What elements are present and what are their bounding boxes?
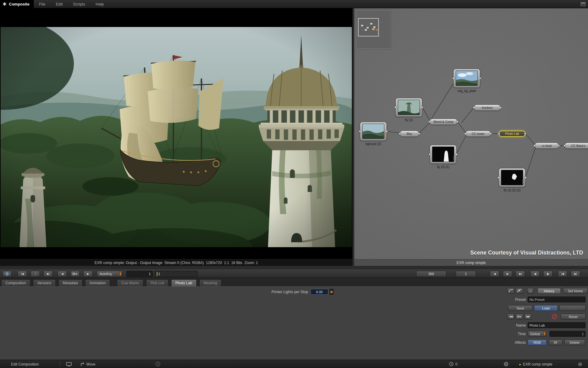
- node-output-dot[interactable]: [386, 130, 388, 132]
- tab-versions[interactable]: Versions: [33, 279, 56, 286]
- settings-button[interactable]: [578, 360, 582, 368]
- tab-cue-marks[interactable]: Cue Marks: [117, 279, 143, 286]
- next-keyframe-button[interactable]: ▶▶: [524, 314, 532, 320]
- tab-metadata[interactable]: Metadata: [58, 279, 82, 286]
- node-blend-comp[interactable]: Blend & Comp: [429, 119, 458, 125]
- jump-to-end-button[interactable]: ▶|: [571, 271, 580, 277]
- tab-photo-lab[interactable]: Photo Lab: [171, 279, 197, 286]
- curve-key-button[interactable]: [516, 288, 523, 294]
- reload-button[interactable]: Reload: [559, 305, 586, 311]
- affects-mode-button[interactable]: RGB: [528, 339, 547, 345]
- play-to-end-button[interactable]: ▶|: [516, 271, 525, 277]
- node-reset-button[interactable]: Reset: [561, 314, 586, 320]
- node-input-dot[interactable]: [428, 121, 431, 123]
- menu-edit[interactable]: Edit: [51, 2, 68, 6]
- node-blur[interactable]: Blur: [400, 131, 419, 137]
- go-to-start-button[interactable]: |◀: [18, 271, 27, 277]
- node-input-dot[interactable]: [533, 145, 536, 147]
- tab-pick-list[interactable]: Pick List: [146, 279, 168, 286]
- node-cc-boat[interactable]: cc boat: [534, 143, 559, 149]
- time-value-field[interactable]: 1: [549, 331, 586, 337]
- node-trackers[interactable]: trackers: [474, 105, 501, 111]
- node-output-dot[interactable]: [490, 133, 492, 135]
- history-button[interactable]: History: [537, 288, 561, 294]
- printer-lights-field[interactable]: 6.00: [311, 289, 328, 295]
- display-mode-button[interactable]: [66, 360, 72, 368]
- menu-file[interactable]: File: [34, 2, 51, 6]
- node-bgmove-2[interactable]: bgmove (2): [359, 122, 388, 146]
- previous-keyframe-button[interactable]: ◀◀: [507, 314, 514, 320]
- set-key-button[interactable]: [70, 271, 80, 277]
- node-cc-basics[interactable]: CC Basics: [564, 143, 588, 149]
- timeline-frame-field[interactable]: 1: [155, 271, 198, 277]
- node-output-dot[interactable]: [499, 107, 502, 109]
- node-input-dot[interactable]: [429, 153, 431, 155]
- node-output-dot[interactable]: [558, 145, 560, 147]
- range-end-field[interactable]: 350: [416, 271, 446, 277]
- node-input-dot[interactable]: [564, 145, 566, 147]
- schematic-minimap[interactable]: [356, 10, 391, 49]
- load-button[interactable]: Load: [534, 305, 558, 311]
- node-fly-3-2[interactable]: fly (3) (2): [428, 145, 458, 169]
- previous-key-button[interactable]: ◀: [58, 271, 67, 277]
- disable-node-icon[interactable]: [552, 314, 557, 319]
- jump-to-start-button[interactable]: |◀: [558, 271, 567, 277]
- node-output-dot[interactable]: [421, 106, 423, 109]
- move-tool-button[interactable]: [2, 271, 12, 277]
- printer-lights-slider[interactable]: [330, 289, 334, 295]
- node-label: bgmove (2): [366, 142, 381, 146]
- node-name-field[interactable]: Photo Lab: [528, 322, 586, 328]
- set-home-button[interactable]: Set Home: [563, 288, 588, 294]
- node-output-dot[interactable]: [524, 133, 526, 135]
- curve-editor-button[interactable]: [507, 288, 514, 294]
- next-key-button[interactable]: ▶: [83, 271, 92, 277]
- go-to-end-button[interactable]: ▶|: [43, 271, 53, 277]
- tab-composition[interactable]: Composition: [1, 279, 30, 286]
- node-proxy-indicator: [384, 133, 385, 138]
- node-fly-3-2-2[interactable]: fly (3) (2) (2): [497, 168, 527, 193]
- set-keyframe-button[interactable]: [516, 314, 523, 320]
- node-input-dot[interactable]: [394, 106, 397, 109]
- node-input-dot[interactable]: [359, 130, 361, 132]
- schematic-panel[interactable]: orig_bg_plate fly (3) bgmove (2): [354, 8, 588, 266]
- menu-help[interactable]: Help: [90, 2, 109, 6]
- current-frame-field[interactable]: 1: [126, 271, 153, 277]
- node-output-dot[interactable]: [479, 77, 481, 79]
- preset-dropdown[interactable]: No Preset: [528, 297, 586, 302]
- play-reverse-button[interactable]: ◀: [490, 271, 499, 277]
- step-field[interactable]: 1: [456, 271, 476, 277]
- node-input-dot[interactable]: [399, 133, 401, 135]
- play-button[interactable]: ▶: [503, 271, 512, 277]
- home-button[interactable]: ⌂: [527, 288, 534, 294]
- network-status-button[interactable]: [504, 360, 508, 368]
- tab-animation[interactable]: Animation: [85, 279, 110, 286]
- active-tool-name: Move: [86, 362, 95, 366]
- save-button[interactable]: Save: [508, 305, 533, 311]
- node-input-dot[interactable]: [498, 133, 500, 135]
- delete-node-button[interactable]: Delete: [564, 339, 585, 345]
- step-back-button[interactable]: ◀|: [530, 271, 540, 277]
- current-comp-indicator[interactable]: ▸ EXR comp simple: [519, 360, 552, 368]
- menu-scripts[interactable]: Scripts: [68, 2, 91, 6]
- node-input-dot[interactable]: [464, 133, 466, 135]
- node-output-dot[interactable]: [456, 121, 458, 123]
- autokey-toggle[interactable]: AutoKey: [97, 271, 123, 277]
- tab-masking[interactable]: Masking: [199, 279, 222, 286]
- mark-in-button[interactable]: I: [31, 271, 40, 277]
- step-forward-button[interactable]: |▶: [543, 271, 552, 277]
- node-input-dot[interactable]: [452, 77, 454, 79]
- time-mode-button[interactable]: Global: [528, 331, 547, 337]
- node-fly-3[interactable]: fly (3): [394, 98, 424, 122]
- node-cc-tower[interactable]: CC tower: [465, 131, 491, 137]
- ir-button[interactable]: IR: [549, 339, 562, 345]
- info-button[interactable]: i: [156, 360, 160, 368]
- node-photo-lab[interactable]: Photo Lab: [499, 131, 526, 137]
- node-input-dot[interactable]: [498, 177, 500, 179]
- viewer-panel[interactable]: EXR comp simple: Output - Output Image S…: [0, 8, 352, 266]
- node-input-dot[interactable]: [473, 107, 475, 109]
- node-orig-bg-plate[interactable]: orig_bg_plate: [452, 69, 481, 93]
- node-output-dot[interactable]: [418, 133, 420, 135]
- node-output-dot[interactable]: [524, 177, 526, 179]
- window-restore-icon[interactable]: [581, 2, 586, 6]
- node-output-dot[interactable]: [455, 153, 458, 155]
